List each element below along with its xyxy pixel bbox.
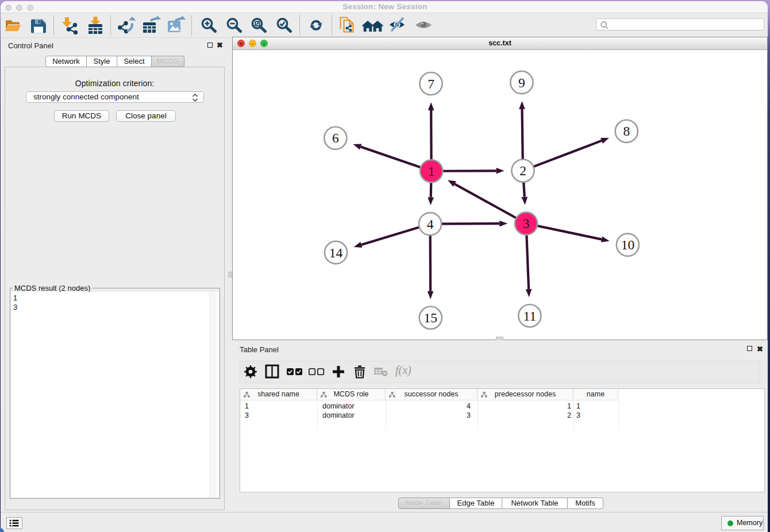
svg-text:7: 7 xyxy=(428,76,434,91)
svg-text:8: 8 xyxy=(623,124,630,138)
svg-text:11: 11 xyxy=(523,309,537,323)
svg-text:10: 10 xyxy=(621,237,635,252)
svg-text:9: 9 xyxy=(518,75,525,90)
svg-text:4: 4 xyxy=(427,217,434,232)
svg-text:15: 15 xyxy=(424,310,438,325)
svg-text:2: 2 xyxy=(519,163,526,178)
svg-text:3: 3 xyxy=(523,216,530,231)
svg-text:14: 14 xyxy=(329,245,343,260)
svg-text:6: 6 xyxy=(332,130,339,145)
svg-text:1: 1 xyxy=(428,164,435,179)
